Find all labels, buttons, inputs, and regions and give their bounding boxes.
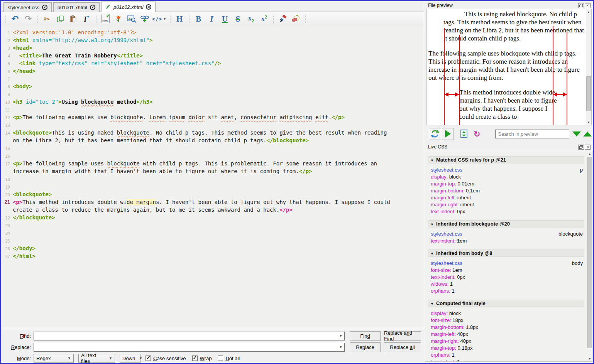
- code-line[interactable]: 10<h3 id="toc_2">Using blockquote method…: [1, 98, 424, 106]
- toolbar-grip[interactable]: [188, 15, 190, 23]
- code-line[interactable]: 22</blockquote>: [1, 214, 424, 221]
- code-text[interactable]: [13, 221, 396, 229]
- superscript-button[interactable]: x2: [258, 13, 270, 24]
- checkbox-icon[interactable]: [146, 356, 151, 361]
- code-line[interactable]: 9: [1, 90, 424, 98]
- code-line[interactable]: 20<blockquote>: [1, 190, 424, 198]
- paste-button[interactable]: [68, 13, 79, 24]
- code-text[interactable]: [13, 229, 396, 237]
- code-line[interactable]: 24: [1, 229, 424, 237]
- code-line[interactable]: 19: [1, 183, 424, 190]
- css-section-header[interactable]: ▼Inherited from body @8: [428, 249, 584, 257]
- scroll-sync-button[interactable]: [459, 128, 469, 140]
- bold-button[interactable]: B: [193, 13, 204, 24]
- spellcheck-button[interactable]: [113, 13, 124, 24]
- code-line[interactable]: 8<body>: [1, 83, 424, 90]
- code-text[interactable]: <title>The Great Train Robbery</title>: [13, 52, 396, 59]
- code-text[interactable]: [13, 175, 396, 183]
- code-text[interactable]: [13, 75, 396, 83]
- toolbar-grip[interactable]: [4, 15, 7, 23]
- subscript-button[interactable]: x2: [245, 13, 257, 24]
- code-text[interactable]: [13, 152, 396, 160]
- css-file-link[interactable]: stylesheet.css: [431, 231, 462, 237]
- code-line[interactable]: 12<p>The following examples use blockquo…: [1, 113, 424, 121]
- replace-all-button[interactable]: Replace all: [384, 342, 421, 352]
- replace-input[interactable]: ▼: [34, 343, 345, 352]
- float-panel-icon[interactable]: [578, 145, 584, 150]
- css-file-link[interactable]: stylesheet.css: [431, 260, 462, 266]
- code-text[interactable]: <p>This method introduces double wide ma…: [13, 198, 396, 214]
- css-section-header[interactable]: ▼Matched CSS rules for p @21: [428, 156, 584, 163]
- code-text[interactable]: <?xml version='1.0' encoding='utf-8'?>: [13, 29, 396, 36]
- code-line[interactable]: 15: [1, 144, 424, 152]
- redo-button[interactable]: ↷: [22, 13, 34, 24]
- scroll-down-icon[interactable]: ▼: [586, 120, 591, 125]
- direction-select[interactable]: Down▼: [120, 354, 140, 363]
- scope-select[interactable]: All text files▼: [78, 354, 115, 363]
- find-button[interactable]: Find: [350, 331, 381, 341]
- code-line[interactable]: 21<p>This method introduces double wide …: [1, 198, 424, 214]
- remove-formatting-button[interactable]: [290, 13, 302, 24]
- code-line[interactable]: 3<head>: [1, 44, 424, 52]
- code-text[interactable]: [13, 237, 396, 244]
- scrollbar-thumb[interactable]: [586, 76, 591, 111]
- code-line[interactable]: 5 <link type="text/css" rel="stylesheet"…: [1, 59, 424, 67]
- replace-and-find-button[interactable]: Replace and Find: [384, 331, 421, 341]
- align-justify-button[interactable]: [349, 13, 360, 24]
- code-text[interactable]: </body>: [13, 244, 396, 252]
- wrap-checkbox[interactable]: Wrap: [192, 356, 212, 361]
- toolbar-grip[interactable]: [169, 15, 171, 23]
- code-text[interactable]: <blockquote>This is using naked blockquo…: [13, 129, 396, 144]
- file-preview-content[interactable]: This is using naked blockquote. No child…: [426, 9, 592, 125]
- sync-preview-button[interactable]: [429, 128, 441, 140]
- close-panel-icon[interactable]: ✕: [585, 145, 591, 150]
- code-line[interactable]: 14<blockquote>This is using naked blockq…: [1, 129, 424, 144]
- code-text[interactable]: </blockquote>: [13, 214, 396, 221]
- css-section-header[interactable]: ▼Computed final style: [428, 300, 584, 307]
- code-line[interactable]: 17<p>The following sample uses blockquot…: [1, 160, 424, 175]
- code-text[interactable]: </html>: [13, 252, 396, 260]
- code-text[interactable]: [13, 144, 396, 152]
- toolbar-grip[interactable]: [36, 15, 39, 23]
- code-editor[interactable]: 1<?xml version='1.0' encoding='utf-8'?>2…: [1, 26, 424, 328]
- toolbar-grip[interactable]: [95, 15, 97, 23]
- code-text[interactable]: [13, 121, 396, 129]
- find-input[interactable]: ▼: [34, 332, 345, 340]
- code-text[interactable]: <head>: [13, 44, 396, 52]
- align-center-button[interactable]: [322, 13, 334, 24]
- code-line[interactable]: 27</html>: [1, 252, 424, 260]
- code-line[interactable]: 2<html xmlns="http://www.w3.org/1999/xht…: [1, 36, 424, 44]
- insert-file-button[interactable]: [126, 13, 137, 24]
- code-text[interactable]: <html xmlns="http://www.w3.org/1999/xhtm…: [13, 36, 396, 44]
- align-left-button[interactable]: [309, 13, 321, 24]
- scroll-up-icon[interactable]: ▲: [587, 151, 592, 157]
- code-line[interactable]: 25: [1, 237, 424, 244]
- code-line[interactable]: 6</head>: [1, 67, 424, 75]
- code-line[interactable]: 4 <title>The Great Train Robbery</title>: [1, 52, 424, 59]
- code-line[interactable]: 11: [1, 106, 424, 113]
- live-css-scrollbar[interactable]: ▲ ▼: [587, 151, 592, 361]
- scroll-down-icon[interactable]: ▼: [587, 356, 592, 361]
- copy-button[interactable]: [54, 13, 66, 24]
- code-text[interactable]: [13, 106, 396, 113]
- find-previous-in-preview-button[interactable]: [582, 128, 593, 140]
- close-tab-icon[interactable]: ✕: [42, 5, 47, 10]
- heading-button[interactable]: H: [174, 13, 185, 24]
- code-text[interactable]: <blockquote>: [13, 190, 396, 198]
- undo-button[interactable]: ↶: [9, 13, 21, 24]
- close-panel-icon[interactable]: ✕: [585, 3, 591, 8]
- format-paint-button[interactable]: [277, 13, 289, 24]
- inspect-button[interactable]: [442, 128, 454, 140]
- code-line[interactable]: 13: [1, 121, 424, 129]
- strikethrough-button[interactable]: S: [232, 13, 244, 24]
- toolbar-grip[interactable]: [304, 15, 307, 23]
- css-file-link[interactable]: stylesheet.css: [431, 167, 462, 173]
- case-sensitive-checkbox[interactable]: Case sensitive: [146, 356, 186, 361]
- cut-button[interactable]: ✂: [41, 13, 53, 24]
- italic-button[interactable]: I: [206, 13, 217, 24]
- code-text[interactable]: <body>: [13, 83, 396, 90]
- code-text[interactable]: <link type="text/css" rel="stylesheet" h…: [13, 59, 396, 67]
- underline-button[interactable]: U: [219, 13, 230, 24]
- scroll-up-icon[interactable]: ▲: [586, 9, 591, 15]
- insert-special-character-button[interactable]: I*: [81, 13, 92, 24]
